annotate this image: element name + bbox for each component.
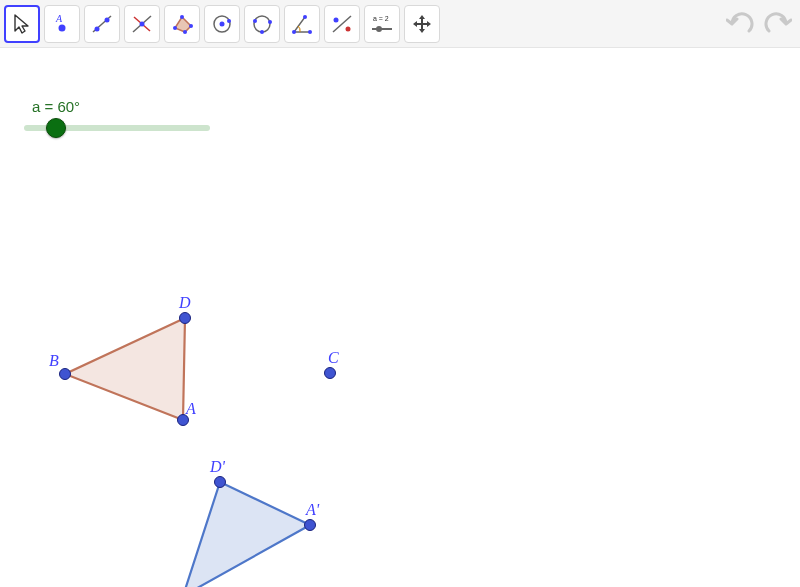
angle-icon [290, 12, 314, 36]
point-A-prime [305, 520, 316, 531]
svg-point-16 [254, 16, 270, 32]
conic-icon [250, 12, 274, 36]
undo-redo-group [724, 7, 794, 41]
svg-text:A: A [55, 13, 63, 24]
svg-point-21 [308, 30, 312, 34]
geometry-canvas [0, 48, 800, 587]
tool-move[interactable] [4, 5, 40, 43]
svg-point-9 [180, 15, 184, 19]
svg-point-7 [140, 21, 145, 26]
svg-point-3 [95, 26, 100, 31]
tool-line[interactable] [84, 5, 120, 43]
tool-transform[interactable] [324, 5, 360, 43]
svg-text:a = 2: a = 2 [373, 15, 389, 22]
tool-circle[interactable] [204, 5, 240, 43]
svg-point-18 [260, 30, 264, 34]
triangle-abd[interactable] [65, 318, 185, 420]
svg-point-22 [303, 15, 307, 19]
svg-point-10 [189, 24, 193, 28]
tool-slider[interactable]: a = 2 [364, 5, 400, 43]
circle-center-icon [210, 12, 234, 36]
point-D[interactable] [180, 313, 191, 324]
svg-point-15 [227, 19, 231, 23]
slider-icon: a = 2 [368, 12, 396, 36]
polygon-icon [170, 12, 194, 36]
svg-point-25 [346, 26, 351, 31]
svg-point-14 [220, 21, 225, 26]
undo-icon [726, 11, 756, 37]
svg-point-19 [268, 20, 272, 24]
point-icon: A [50, 12, 74, 36]
tool-polygon[interactable] [164, 5, 200, 43]
svg-point-20 [292, 30, 296, 34]
redo-button[interactable] [760, 7, 794, 41]
move-arrows-icon [410, 12, 434, 36]
points-group [60, 313, 336, 531]
svg-point-1 [59, 24, 66, 31]
tool-move-view[interactable] [404, 5, 440, 43]
toolbar: A [0, 0, 800, 48]
point-A[interactable] [178, 415, 189, 426]
svg-point-4 [105, 17, 110, 22]
point-D-prime [215, 477, 226, 488]
tool-conic[interactable] [244, 5, 280, 43]
tool-angle[interactable] [284, 5, 320, 43]
point-B[interactable] [60, 369, 71, 380]
reflect-icon [330, 12, 354, 36]
line-icon [90, 12, 114, 36]
point-C[interactable] [325, 368, 336, 379]
tool-perpendicular-line[interactable] [124, 5, 160, 43]
svg-point-12 [173, 26, 177, 30]
svg-marker-8 [175, 17, 191, 32]
tool-point[interactable]: A [44, 5, 80, 43]
svg-point-24 [334, 17, 339, 22]
svg-point-17 [253, 19, 257, 23]
perpendicular-icon [130, 12, 154, 36]
triangle-abd-image[interactable] [183, 482, 310, 587]
undo-button[interactable] [724, 7, 758, 41]
arrow-cursor-icon [10, 12, 34, 36]
svg-point-11 [183, 30, 187, 34]
svg-point-28 [376, 26, 382, 32]
redo-icon [762, 11, 792, 37]
graphics-view[interactable]: a = 60° D B A C D' A' [0, 48, 800, 587]
